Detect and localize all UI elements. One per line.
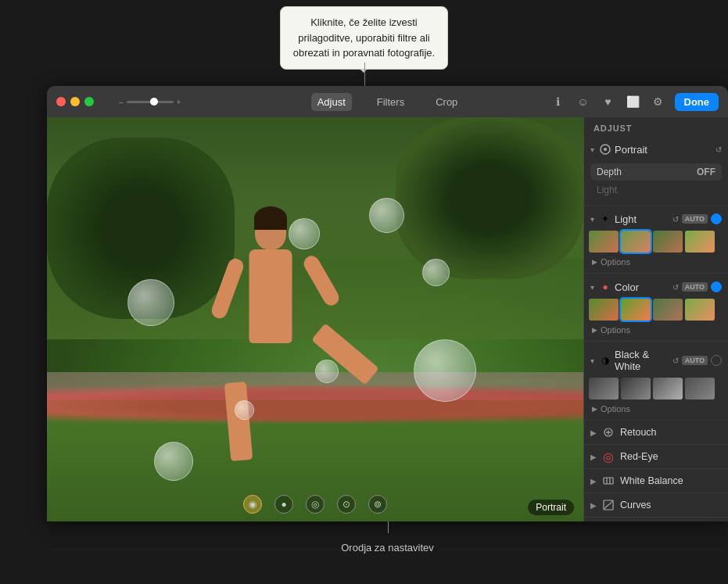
color-auto-badge[interactable]: AUTO: [682, 282, 708, 292]
content-area: ◉ ● ◎ ⊙ ⊚ Portrait ADJUST ▾ Portrai: [47, 117, 728, 521]
done-button[interactable]: Done: [675, 93, 719, 111]
curves-icon: [601, 498, 615, 512]
portrait-mode-label: Portrait: [528, 500, 574, 515]
color-chevron: ▾: [590, 283, 594, 292]
light-thumb-3[interactable]: [653, 231, 683, 253]
light-toggle[interactable]: [711, 213, 722, 224]
tooltip-box: Kliknite, če želite izvesti prilagoditve…: [280, 6, 448, 70]
light-actions: ↺ AUTO: [672, 213, 722, 224]
section-portrait: ▾ Portrait ↺ Depth OFF Light: [584, 136, 728, 206]
curves-chevron: ▶: [590, 501, 597, 510]
color-thumb-2[interactable]: [621, 299, 651, 321]
portrait-light-label: Light: [590, 183, 722, 197]
bubble-3: [414, 339, 476, 402]
color-thumb-1[interactable]: [589, 299, 619, 321]
light-icon: ✦: [599, 213, 611, 225]
light-header[interactable]: ▾ ✦ Light ↺ AUTO: [584, 210, 728, 228]
girl-hair: [254, 206, 287, 230]
light-thumb-1[interactable]: [589, 231, 619, 253]
portrait-reset-icon[interactable]: ↺: [715, 145, 722, 154]
svg-rect-5: [604, 478, 613, 484]
bw-thumb-3[interactable]: [653, 378, 683, 399]
zoom-thumb: [150, 98, 158, 106]
heart-icon[interactable]: ♥: [600, 93, 617, 110]
bw-reset-icon[interactable]: ↺: [672, 356, 679, 365]
light-options[interactable]: ▶ Options: [584, 256, 728, 268]
portrait-chevron: ▾: [590, 145, 594, 154]
bubble-2: [289, 218, 320, 249]
retouch-label: Retouch: [620, 427, 722, 438]
color-thumb-3[interactable]: [653, 299, 683, 321]
bw-header[interactable]: ▾ ◑ Black & White ↺ AUTO: [584, 346, 728, 374]
row-retouch[interactable]: ▶ Retouch: [584, 421, 728, 445]
bw-auto-badge[interactable]: AUTO: [682, 356, 708, 365]
close-button[interactable]: [56, 97, 66, 106]
light-options-chevron: ▶: [592, 258, 597, 266]
color-reset-icon[interactable]: ↺: [672, 283, 679, 292]
color-toggle[interactable]: [711, 281, 722, 292]
light-thumb-4[interactable]: [685, 231, 715, 253]
portrait-label: Portrait: [615, 144, 712, 156]
tab-bar: Adjust Filters Crop: [311, 93, 464, 111]
girl-torso: [249, 249, 292, 343]
tool-4[interactable]: ⊙: [337, 495, 356, 514]
zoom-slider[interactable]: [127, 101, 174, 103]
tree-right: [396, 117, 583, 279]
titlebar-right: ℹ ☺ ♥ ⬜ ⚙ Done: [550, 93, 719, 111]
light-reset-icon[interactable]: ↺: [672, 215, 679, 224]
color-actions: ↺ AUTO: [672, 281, 722, 292]
info-icon[interactable]: ℹ: [550, 93, 567, 110]
tool-5[interactable]: ⊚: [368, 495, 387, 514]
minimize-button[interactable]: [70, 97, 80, 106]
emoji-icon[interactable]: ☺: [575, 93, 592, 110]
row-white-balance[interactable]: ▶ White Balance: [584, 469, 728, 493]
color-header[interactable]: ▾ ● Color ↺ AUTO: [584, 278, 728, 296]
row-curves[interactable]: ▶ Curves: [584, 493, 728, 518]
white-balance-label: White Balance: [620, 475, 722, 486]
tooltip-text: Kliknite, če želite izvesti prilagoditve…: [293, 16, 435, 59]
photo-container: ◉ ● ◎ ⊙ ⊚ Portrait: [47, 117, 583, 521]
photo-area: ◉ ● ◎ ⊙ ⊚ Portrait: [47, 117, 583, 521]
main-window: – + Adjust Filters Crop ℹ ☺ ♥ ⬜ ⚙ Done: [47, 86, 728, 521]
tab-crop[interactable]: Crop: [429, 93, 464, 111]
light-thumb-2[interactable]: [621, 231, 651, 253]
girl-leg-left: [224, 382, 253, 461]
bw-thumbnails: [584, 374, 728, 403]
bw-thumb-2[interactable]: [621, 378, 651, 399]
portrait-header[interactable]: ▾ Portrait ↺: [584, 141, 728, 158]
gear-icon[interactable]: ⚙: [650, 93, 667, 110]
bw-label: Black & White: [615, 349, 669, 372]
color-thumbnails: [584, 296, 728, 324]
girl-figure: [208, 210, 333, 460]
row-red-eye[interactable]: ▶ ◎ Red-Eye: [584, 445, 728, 469]
bw-icon: ◑: [599, 354, 611, 367]
bw-thumb-4[interactable]: [685, 378, 715, 399]
section-light: ▾ ✦ Light ↺ AUTO ▶ Op: [584, 206, 728, 274]
traffic-lights: [56, 97, 94, 106]
color-thumb-4[interactable]: [685, 299, 715, 321]
curves-label: Curves: [620, 500, 722, 511]
bw-thumb-1[interactable]: [589, 378, 619, 399]
tool-3[interactable]: ◎: [306, 495, 325, 514]
tab-filters[interactable]: Filters: [371, 93, 411, 111]
bottom-annotation: Orodja za nastavitev: [47, 521, 728, 584]
color-options-chevron: ▶: [592, 326, 597, 334]
retouch-chevron: ▶: [590, 428, 597, 437]
white-balance-icon: [601, 474, 615, 488]
tab-adjust[interactable]: Adjust: [311, 93, 352, 111]
light-chevron: ▾: [590, 215, 594, 224]
titlebar: – + Adjust Filters Crop ℹ ☺ ♥ ⬜ ⚙ Done: [47, 86, 728, 117]
share-icon[interactable]: ⬜: [625, 93, 642, 110]
color-options[interactable]: ▶ Options: [584, 324, 728, 336]
fullscreen-button[interactable]: [84, 97, 94, 106]
tool-portrait[interactable]: ◉: [243, 495, 262, 514]
tool-2[interactable]: ●: [274, 495, 293, 514]
bw-options[interactable]: ▶ Options: [584, 403, 728, 415]
photo-toolbar: ◉ ● ◎ ⊙ ⊚: [47, 495, 583, 514]
bw-toggle[interactable]: [711, 355, 722, 366]
bw-chevron: ▾: [590, 356, 594, 365]
light-auto-badge[interactable]: AUTO: [682, 214, 708, 224]
tooltip-area: Kliknite, če želite izvesti prilagoditve…: [0, 0, 728, 86]
bubble-4: [315, 360, 339, 383]
tooltip-line: [364, 63, 365, 86]
